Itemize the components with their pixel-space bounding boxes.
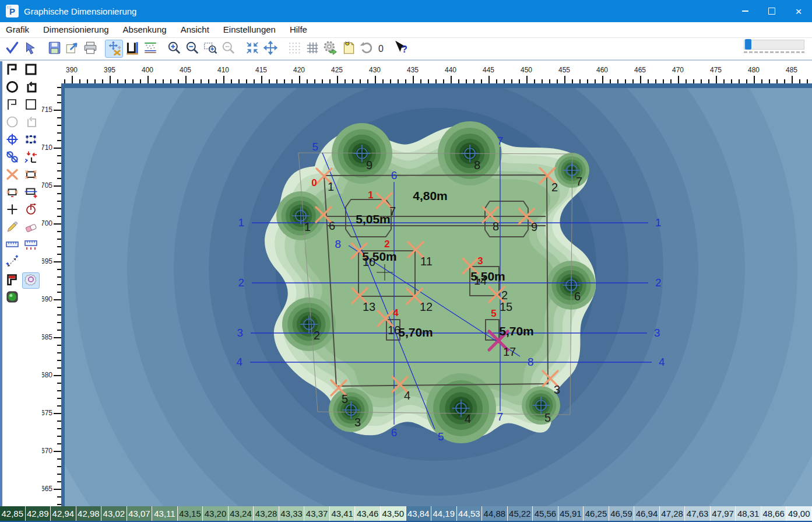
ruler-tick bbox=[57, 390, 61, 391]
minimize-button[interactable] bbox=[732, 0, 758, 22]
contour-corner-tool[interactable] bbox=[3, 272, 21, 289]
scale-value: 43,07 bbox=[127, 506, 153, 521]
ruler-tick bbox=[254, 79, 255, 83]
zoom-slider[interactable] bbox=[744, 40, 804, 53]
zoom-fit-button[interactable] bbox=[243, 40, 261, 58]
menu-item-dimensionierung[interactable]: Dimensionierung bbox=[36, 23, 116, 36]
ruler-label: 440 bbox=[441, 66, 460, 74]
ruler-tick bbox=[208, 79, 209, 83]
ruler-corner bbox=[42, 61, 61, 83]
maximize-icon bbox=[768, 8, 775, 15]
marks-rectangle-tool[interactable] bbox=[22, 167, 40, 184]
zoom-in-button[interactable] bbox=[165, 40, 183, 58]
menu-item-grafik[interactable]: Grafik bbox=[0, 23, 36, 36]
add-measure-line-tool[interactable] bbox=[22, 185, 40, 201]
recalculate-icon bbox=[323, 40, 338, 58]
pan-button[interactable] bbox=[261, 40, 279, 58]
ruler-tick bbox=[625, 79, 626, 83]
select-arrow-button[interactable] bbox=[21, 40, 39, 58]
crosshair-tool[interactable] bbox=[3, 202, 21, 219]
section-line-label: 7 bbox=[497, 411, 504, 423]
zoom-out-button[interactable] bbox=[183, 40, 201, 58]
export-button[interactable] bbox=[63, 40, 81, 58]
edit-polygon-tool[interactable] bbox=[3, 97, 21, 114]
measure-distance-tool[interactable] bbox=[3, 255, 21, 271]
draw-circle-tool[interactable] bbox=[3, 80, 21, 96]
marks-edge-tool[interactable] bbox=[3, 185, 21, 201]
save-button[interactable] bbox=[45, 40, 63, 58]
move-point-button[interactable] bbox=[105, 40, 123, 58]
close-button[interactable]: × bbox=[785, 0, 812, 22]
well-number: 3 bbox=[354, 416, 361, 429]
ruler-label: 685 bbox=[42, 333, 52, 341]
ruler-tick bbox=[466, 79, 467, 83]
ruler-tick bbox=[155, 79, 156, 83]
ruler-tick bbox=[617, 79, 618, 83]
zoom-window-icon bbox=[203, 40, 218, 58]
ruler-tick bbox=[451, 76, 452, 83]
zoom-previous-icon bbox=[221, 40, 236, 58]
ruler-tool[interactable] bbox=[3, 237, 21, 254]
ruler-tick bbox=[337, 76, 338, 83]
sidebar-row bbox=[3, 62, 42, 79]
ruler-tick bbox=[57, 201, 61, 202]
grid-lines-button[interactable] bbox=[303, 40, 321, 58]
check-button[interactable] bbox=[3, 40, 21, 58]
grid-lines-icon bbox=[305, 40, 320, 58]
section-line-label: 2 bbox=[655, 276, 662, 289]
export-icon bbox=[65, 40, 80, 58]
soil-layers-button[interactable] bbox=[141, 40, 159, 58]
snap-direction-tool[interactable] bbox=[22, 150, 40, 166]
rotate-tool[interactable] bbox=[22, 202, 40, 219]
scale-value: 43,20 bbox=[203, 506, 229, 521]
context-help-button[interactable]: ? bbox=[392, 40, 410, 58]
draw-rectangle-tool[interactable] bbox=[22, 62, 40, 79]
notes-button[interactable] bbox=[339, 40, 357, 58]
scale-value: 46,59 bbox=[609, 506, 635, 521]
recalculate-button[interactable] bbox=[321, 40, 339, 58]
menu-item-einstellungen[interactable]: Einstellungen bbox=[216, 23, 283, 36]
eraser-tool[interactable] bbox=[22, 220, 40, 236]
ruler-tick bbox=[413, 76, 414, 83]
exclude-wells-tool[interactable] bbox=[3, 150, 21, 166]
pencil-tool[interactable] bbox=[3, 220, 21, 236]
menu-item-ansicht[interactable]: Ansicht bbox=[174, 23, 216, 36]
draw-polygon-tool[interactable] bbox=[3, 62, 21, 79]
menu-item-absenkung[interactable]: Absenkung bbox=[116, 23, 174, 36]
zoom-window-button[interactable] bbox=[201, 40, 219, 58]
draw-polyline-tool[interactable] bbox=[22, 80, 40, 96]
contour-map[interactable]: text{font-family:'Liberation Sans',sans-… bbox=[61, 83, 812, 506]
drawing-canvas[interactable]: text{font-family:'Liberation Sans',sans-… bbox=[61, 83, 812, 506]
ruler-tick bbox=[57, 398, 61, 399]
zoom-slider-thumb[interactable] bbox=[745, 39, 751, 50]
grid-dots-button[interactable] bbox=[285, 40, 303, 58]
recompute-contours-tool[interactable] bbox=[22, 272, 40, 289]
delete-mark-tool[interactable] bbox=[3, 167, 21, 184]
undo-button[interactable] bbox=[357, 40, 375, 58]
ruler-ticks-tool[interactable] bbox=[22, 237, 40, 254]
ruler-tick bbox=[57, 208, 61, 209]
zoom-slider-track[interactable] bbox=[744, 40, 804, 50]
check-icon bbox=[5, 40, 20, 58]
pit-profile-button[interactable] bbox=[123, 40, 141, 58]
maximize-button[interactable] bbox=[758, 0, 785, 22]
ruler-tick bbox=[57, 345, 61, 346]
ruler-label: 705 bbox=[42, 181, 52, 190]
ruler-tick bbox=[261, 76, 262, 83]
red-point-number: 5 bbox=[491, 308, 496, 319]
ruler-tick bbox=[686, 79, 687, 83]
selection-handles-tool[interactable] bbox=[22, 132, 40, 149]
ruler-tick bbox=[54, 261, 61, 262]
print-button[interactable] bbox=[81, 40, 99, 58]
menu-item-hilfe[interactable]: Hilfe bbox=[283, 23, 314, 36]
ruler-tick bbox=[595, 79, 596, 83]
ruler-tick bbox=[57, 307, 61, 308]
start-tool[interactable] bbox=[3, 290, 21, 306]
red-point-number: 2 bbox=[384, 239, 389, 250]
well-symbol-tool[interactable] bbox=[3, 132, 21, 149]
edit-rectangle-tool[interactable] bbox=[22, 97, 40, 114]
ruler-tick bbox=[496, 79, 497, 83]
menu-bar: GrafikDimensionierungAbsenkungAnsichtEin… bbox=[0, 22, 812, 38]
pit-profile-icon bbox=[125, 40, 140, 58]
snap-direction-icon bbox=[24, 150, 38, 166]
